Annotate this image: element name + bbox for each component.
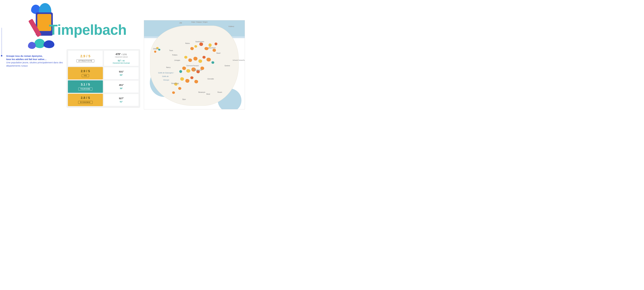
city-label-rennes: Tours <box>169 50 173 51</box>
map-region-blob <box>206 58 211 61</box>
map-region-blob <box>190 47 194 50</box>
rank-sup: e <box>123 84 124 85</box>
city-label-nice: Rouen <box>218 91 222 93</box>
row-tourisme: 3.1 / 5 TOURISME 451e 36e <box>68 80 139 93</box>
country-label-be: Belgie / Belgique / Belgien <box>192 21 208 23</box>
map-france[interactable]: Golfe de Gascogne / Golfo de Vizcaya Rei… <box>144 20 245 109</box>
rank-group: 36e <box>120 87 123 90</box>
rank-value: 531 <box>119 70 123 73</box>
row-vie: 2.9 / 5 VIE 531e 55e <box>68 67 139 79</box>
rank-group-value: 51 <box>118 59 120 62</box>
map-region-blob <box>179 70 182 73</box>
rank-sup: e <box>120 59 121 61</box>
connector-dot <box>1 55 2 56</box>
description-line-3: Une population jeune, situées principale… <box>6 61 65 67</box>
city-label-frankfurt: Koblenz <box>228 26 234 27</box>
map-region-blob <box>180 77 184 81</box>
page-title: Timpelbach <box>49 22 126 38</box>
score-panel: 2.9 / 5 ATTRACTIVITÉ 479e / 1231 Classem… <box>67 49 140 107</box>
sea-label-1: Golfe de Gascogne / <box>158 72 174 74</box>
city-label-dijon: Basel <box>216 52 220 54</box>
card-attractivite-rank: 479e / 1231 Classement national 51e / 86… <box>104 50 139 66</box>
card-economie-rank: 527e 51e <box>104 94 139 106</box>
city-label-brest: Orléans <box>153 48 158 50</box>
card-tourisme-score: 3.1 / 5 TOURISME <box>68 80 103 93</box>
map-region-blob <box>182 67 186 70</box>
rank-sup: e <box>122 87 123 89</box>
map-region-blob <box>212 49 216 52</box>
rank-national-label: Classement national <box>115 56 128 58</box>
rank-national: 527e <box>119 97 124 100</box>
map-region-blob <box>178 87 181 90</box>
country-label-ch: Schweiz/ Suisse/Svizzera/ Svizra <box>232 59 245 61</box>
chip-tourisme: TOURISME <box>78 88 92 90</box>
sea-label-2: Golfo de <box>162 75 169 77</box>
rank-group-value: 55 <box>120 74 122 76</box>
rank-sup: e <box>122 101 123 102</box>
description-line-1: Groupe issu du roman éponyme, <box>6 54 65 58</box>
city-label-poitiers: Limoges <box>174 59 180 61</box>
chip-attractivite: ATTRACTIVITÉ <box>76 59 94 62</box>
rank-national-value: 479 <box>116 53 120 56</box>
city-label-limoges: Clermont-Ferrand <box>186 65 198 67</box>
rank-value: 451 <box>119 84 123 86</box>
card-vie-rank: 531e 55e <box>104 67 139 79</box>
map-region-blob <box>208 43 212 47</box>
map-region-blob <box>214 42 217 45</box>
rank-group-total: / 86 <box>122 60 125 62</box>
group-description: Groupe issu du roman éponyme, tous les a… <box>6 54 65 67</box>
rank-sup: e <box>120 53 121 54</box>
rank-national: 451e <box>119 84 124 86</box>
rank-group-label: Classement dans le groupe <box>113 62 130 64</box>
row-attractivite: 2.9 / 5 ATTRACTIVITÉ 479e / 1231 Classem… <box>68 50 139 66</box>
score-value: 2.9 / 5 <box>80 54 90 58</box>
city-label-bordeaux: Strasbourg <box>171 83 179 84</box>
row-economie: 2.8 / 5 ÉCONOMIE 527e 51e <box>68 94 139 106</box>
rank-value: 527 <box>119 97 123 100</box>
description-line-2: tous les adultes ont fait leur valise… <box>6 58 65 61</box>
city-label-angers: Poitiers <box>172 54 177 56</box>
map-region-blob <box>202 56 206 59</box>
city-label-lyon: Grenoble <box>208 78 214 80</box>
card-vie-score: 2.9 / 5 VIE <box>68 67 103 79</box>
rank-group-value: 36 <box>120 87 122 90</box>
city-label-reims: Saarbrücken <box>195 41 204 42</box>
score-value: 3.1 / 5 <box>81 83 90 86</box>
chip-economie: ÉCONOMIE <box>78 101 92 104</box>
city-label-clermont: Villeurbanne <box>194 69 202 71</box>
rank-sup: e <box>123 97 124 99</box>
rank-national-total: / 1231 <box>121 53 127 56</box>
rank-group-value: 51 <box>120 101 122 103</box>
rank-sup: e <box>123 70 124 72</box>
map-region-blob <box>190 76 194 79</box>
score-value: 2.8 / 5 <box>81 96 90 100</box>
city-label-troyes: Mannheim <box>208 47 216 49</box>
city-label-toulouse: Dijon <box>182 99 186 100</box>
rank-sup: e <box>122 74 123 75</box>
rank-group: 55e <box>120 74 123 76</box>
rank-national: 479e / 1231 <box>116 53 127 56</box>
map-region-blob <box>185 79 190 83</box>
map-region-blob <box>194 80 198 83</box>
chip-vie: VIE <box>82 74 89 77</box>
map-region-blob <box>154 51 156 53</box>
rank-group: 51e / 86 <box>118 59 125 62</box>
map-region-blob <box>212 61 214 64</box>
rank-national: 531e <box>119 70 124 73</box>
map-region-blob <box>194 57 198 60</box>
city-label-marseille: Brest <box>206 93 210 95</box>
rank-group: 51e <box>120 101 123 103</box>
map-region-blob <box>198 59 202 63</box>
connector-line <box>2 28 3 55</box>
card-attractivite-score: 2.9 / 5 ATTRACTIVITÉ <box>68 50 103 66</box>
city-label-paris: Reims <box>185 42 190 44</box>
sea-label-3: Vizcaya <box>163 79 169 81</box>
city-label-larochelle: Nancy <box>166 67 170 68</box>
card-tourisme-rank: 451e 36e <box>104 80 139 93</box>
score-value: 2.9 / 5 <box>81 69 90 73</box>
map-region-blob <box>204 47 208 50</box>
card-economie-score: 2.8 / 5 ÉCONOMIE <box>68 94 103 106</box>
city-label-montpellier: Besançon <box>198 91 205 93</box>
city-label-geneve: Genève <box>224 65 230 67</box>
city-label-lille: Lille <box>179 22 182 24</box>
